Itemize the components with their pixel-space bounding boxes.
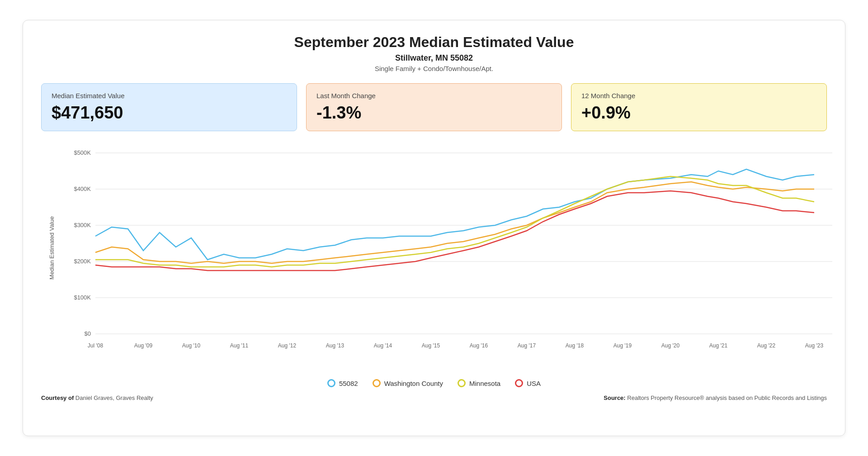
svg-text:$500K: $500K bbox=[74, 149, 91, 156]
chart-area: Median Estimated Value $500K $400K $300K… bbox=[41, 139, 827, 375]
line-usa bbox=[95, 191, 814, 271]
legend-item-washington-county: Washington County bbox=[373, 379, 443, 387]
stat-box-12month: 12 Month Change +0.9% bbox=[571, 83, 827, 131]
svg-text:$100K: $100K bbox=[74, 294, 91, 301]
svg-text:Aug '10: Aug '10 bbox=[182, 342, 201, 349]
header: September 2023 Median Estimated Value St… bbox=[41, 34, 827, 72]
legend-dot-washington-county bbox=[373, 379, 381, 387]
legend: 55082 Washington County Minnesota USA bbox=[41, 379, 827, 387]
svg-text:Aug '23: Aug '23 bbox=[805, 342, 824, 349]
courtesy: Courtesy of Daniel Graves, Graves Realty bbox=[41, 394, 153, 401]
stat-box-median-value: Median Estimated Value $471,650 bbox=[41, 83, 297, 131]
report-card: September 2023 Median Estimated Value St… bbox=[23, 20, 845, 436]
stat-label-median: Median Estimated Value bbox=[52, 92, 287, 100]
legend-item-usa: USA bbox=[515, 379, 541, 387]
legend-item-minnesota: Minnesota bbox=[458, 379, 500, 387]
footer: Courtesy of Daniel Graves, Graves Realty… bbox=[41, 394, 827, 401]
svg-text:Jul '08: Jul '08 bbox=[88, 342, 104, 349]
courtesy-text: Daniel Graves, Graves Realty bbox=[75, 394, 153, 401]
svg-text:Aug '09: Aug '09 bbox=[134, 342, 153, 349]
svg-text:Aug '20: Aug '20 bbox=[661, 342, 680, 349]
svg-text:Aug '14: Aug '14 bbox=[374, 342, 392, 349]
courtesy-label: Courtesy of bbox=[41, 394, 74, 401]
page-title: September 2023 Median Estimated Value bbox=[41, 34, 827, 51]
legend-dot-minnesota bbox=[458, 379, 466, 387]
svg-text:Aug '19: Aug '19 bbox=[613, 342, 632, 349]
stat-label-last-month: Last Month Change bbox=[316, 92, 552, 100]
source-label: Source: bbox=[604, 394, 625, 401]
svg-text:Aug '11: Aug '11 bbox=[230, 342, 249, 349]
legend-dot-usa bbox=[515, 379, 523, 387]
legend-label-washington-county: Washington County bbox=[384, 380, 443, 387]
legend-item-55082: 55082 bbox=[327, 379, 358, 387]
stat-value-12month: +0.9% bbox=[581, 103, 816, 123]
stats-row: Median Estimated Value $471,650 Last Mon… bbox=[41, 83, 827, 131]
svg-text:Aug '15: Aug '15 bbox=[422, 342, 440, 349]
description: Single Family + Condo/Townhouse/Apt. bbox=[41, 65, 827, 72]
svg-text:Aug '21: Aug '21 bbox=[709, 342, 728, 349]
source-text: Realtors Property Resource® analysis bas… bbox=[627, 394, 827, 401]
stat-box-last-month: Last Month Change -1.3% bbox=[306, 83, 562, 131]
legend-dot-55082 bbox=[327, 379, 335, 387]
svg-text:Aug '16: Aug '16 bbox=[470, 342, 488, 349]
legend-label-55082: 55082 bbox=[339, 380, 358, 387]
line-washington-county bbox=[95, 182, 814, 263]
source: Source: Realtors Property Resource® anal… bbox=[604, 394, 827, 401]
stat-value-last-month: -1.3% bbox=[316, 103, 552, 123]
svg-text:$200K: $200K bbox=[74, 258, 91, 265]
svg-text:Aug '18: Aug '18 bbox=[566, 342, 584, 349]
svg-text:$400K: $400K bbox=[74, 185, 91, 192]
subtitle: Stillwater, MN 55082 bbox=[41, 53, 827, 63]
stat-label-12month: 12 Month Change bbox=[581, 92, 816, 100]
stat-value-median: $471,650 bbox=[52, 103, 287, 123]
y-axis-label: Median Estimated Value bbox=[48, 216, 55, 280]
legend-label-usa: USA bbox=[527, 380, 541, 387]
svg-text:Aug '17: Aug '17 bbox=[518, 342, 536, 349]
svg-text:Aug '13: Aug '13 bbox=[326, 342, 344, 349]
line-55082 bbox=[95, 169, 814, 260]
legend-label-minnesota: Minnesota bbox=[469, 380, 500, 387]
chart-svg: $500K $400K $300K $200K $100K $0 Jul '08… bbox=[64, 139, 841, 375]
svg-text:Aug '12: Aug '12 bbox=[278, 342, 297, 349]
svg-text:Aug '22: Aug '22 bbox=[757, 342, 776, 349]
svg-text:$0: $0 bbox=[85, 330, 91, 337]
svg-text:$300K: $300K bbox=[74, 222, 91, 228]
